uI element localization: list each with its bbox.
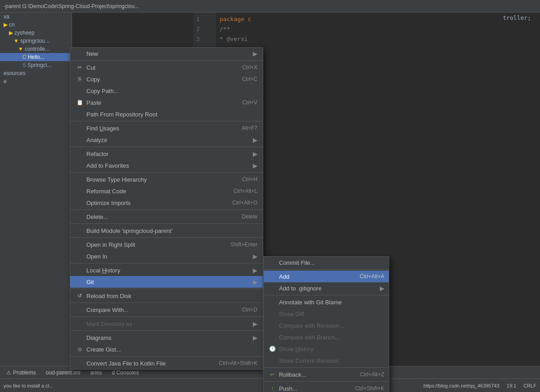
sidebar-label: Hello... [28,54,45,60]
menu-item-add-favorites[interactable]: Add to Favorites ▶ [70,160,263,171]
open-in-arrow: ▶ [253,253,257,260]
push-shortcut: Ctrl+Shift+K [355,385,384,392]
menu-item-compare-with[interactable]: Compare With... Ctrl+D [70,304,263,316]
show-current-revision-label: Show Current Revision [279,357,384,364]
add-favorites-label: Add to Favorites [86,162,249,169]
line-1: 1 [196,14,216,24]
git-menu-show-history[interactable]: 🕐 Show History [264,343,389,355]
menu-item-git[interactable]: Git ▶ [70,276,263,288]
sidebar-item-e[interactable]: e [0,77,72,85]
git-menu-annotate[interactable]: Annotate with Git Blame [264,296,389,308]
reload-label: Reload from Disk [86,293,257,299]
sidebar-item-hello[interactable]: CHello... [0,53,72,61]
convert-shortcut: Ctrl+Alt+Shift+K [219,360,257,366]
tab-label: oud-parent.iml [46,370,81,376]
push-icon: ↑ [268,385,276,392]
git-arrow: ▶ [253,279,257,285]
git-submenu: Commit File... Add Ctrl+Alt+A Add to .gi… [263,256,389,392]
menu-item-refactor[interactable]: Refactor ▶ [70,148,263,160]
rollback-label: Rollback... [279,371,353,378]
diagrams-label: Diagrams [86,334,249,341]
separator-1 [70,60,263,61]
warning-icon: ⚠ [6,370,11,376]
java-file-icon: C [22,54,27,60]
sidebar-item-va[interactable]: va [0,13,72,21]
git-menu-rollback[interactable]: ↩ Rollback... Ctrl+Alt+Z [264,369,389,380]
sidebar-label: zysheep [14,30,35,36]
separator-7 [70,237,263,238]
sidebar-item-zysheep[interactable]: ▶zysheep [0,29,72,37]
menu-item-analyze[interactable]: Analyze ▶ [70,134,263,146]
separator-5 [70,209,263,210]
menu-item-paste[interactable]: 📋 Paste Ctrl+V [70,97,263,108]
tab-problems[interactable]: ⚠ Problems [2,368,40,377]
git-menu-push[interactable]: ↑ Push... Ctrl+Shift+K [264,383,389,392]
menu-item-convert-kotlin[interactable]: Convert Java File to Kotlin File Ctrl+Al… [70,357,263,369]
compare-with-label: Compare With... [86,307,235,313]
editor-line-3: /** [220,24,536,34]
menu-item-mark-directory[interactable]: Mark Directory as ▶ [70,318,263,330]
tab-label: Problems [13,370,36,376]
create-gist-label: Create Gist... [86,346,257,353]
sidebar-item-cn[interactable]: ▶cn [0,21,72,29]
local-history-arrow: ▶ [253,267,257,274]
browse-hierarchy-label: Browse Type Hierarchy [86,176,235,183]
sidebar-label: cn [9,22,15,28]
menu-item-create-gist[interactable]: ⊙ Create Gist... [70,343,263,355]
sidebar-item-springcl[interactable]: SSpringcl... [0,61,72,69]
menu-item-path-from-repo[interactable]: Path From Repository Root [70,108,263,120]
menu-item-delete[interactable]: Delete... Delete [70,211,263,223]
browse-hierarchy-shortcut: Ctrl+H [242,176,257,183]
separator-3 [70,147,263,147]
menu-item-find-usages[interactable]: Find Usages Alt+F7 [70,122,263,134]
git-menu-compare-revision[interactable]: Compare with Revision... [264,320,389,331]
folder-icon: ▼ [14,38,19,44]
separator-9 [70,289,263,289]
git-menu-compare-branch[interactable]: Compare with Branch... [264,331,389,343]
status-position: 19:1 [507,383,516,388]
compare-with-shortcut: Ctrl+D [242,307,257,313]
git-menu-add-gitignore[interactable]: Add to .gitignore ▶ [264,282,389,294]
open-right-split-label: Open in Right Split [86,241,223,248]
annotate-label: Annotate with Git Blame [279,299,384,306]
sidebar-item-controller[interactable]: ▼controlle... [0,45,72,53]
sidebar-item-resources[interactable]: esources [0,69,72,77]
menu-item-open-in[interactable]: Open In ▶ [70,250,263,262]
rollback-icon: ↩ [268,371,276,378]
menu-item-browse-hierarchy[interactable]: Browse Type Hierarchy Ctrl+H [70,174,263,185]
menu-item-copy[interactable]: ⎘ Copy Ctrl+C [70,73,263,85]
analyze-arrow: ▶ [253,137,257,143]
sidebar-item-springcloud[interactable]: ▼springclou... [0,37,72,45]
menu-item-open-right-split[interactable]: Open in Right Split Shift+Enter [70,239,263,250]
editor-line-1: package c [220,14,536,24]
menu-item-reload[interactable]: ↺ Reload from Disk [70,290,263,302]
java-file-icon2: S [22,62,26,68]
menu-item-reformat[interactable]: Reformat Code Ctrl+Alt+L [70,185,263,197]
mark-directory-arrow: ▶ [253,321,257,327]
git-separator-2 [264,295,389,295]
cut-shortcut: Ctrl+X [242,64,257,71]
reformat-shortcut: Ctrl+Alt+L [234,188,257,194]
line-2: 2 [196,24,216,34]
open-in-label: Open In [86,253,249,260]
reformat-label: Reformat Code [86,188,226,195]
editor-line-4: * @versi [220,34,536,44]
menu-item-build-module[interactable]: Build Module 'springcloud-parent' [70,225,263,236]
separator-4 [70,172,263,173]
git-menu-show-current-revision[interactable]: Show Current Revision [264,355,389,366]
git-menu-show-diff[interactable]: Show Diff [264,308,389,320]
cut-label: Cut [86,64,235,71]
menu-item-new[interactable]: New ▶ [70,48,263,59]
menu-item-diagrams[interactable]: Diagrams ▶ [70,332,263,343]
menu-item-optimize-imports[interactable]: Optimize Imports Ctrl+Alt+O [70,197,263,209]
sidebar-label: e [4,78,7,85]
git-menu-commit-file[interactable]: Commit File... [264,257,389,268]
menu-item-copy-path[interactable]: Copy Path... [70,85,263,97]
git-menu-add[interactable]: Add Ctrl+Alt+A [264,271,389,282]
rollback-shortcut: Ctrl+Alt+Z [360,371,384,378]
folder-icon: ▶ [4,22,8,28]
sidebar-label: springclou... [20,38,50,44]
menu-item-local-history[interactable]: Local History ▶ [70,264,263,276]
menu-item-cut[interactable]: ✂ Cut Ctrl+X [70,62,263,73]
optimize-imports-label: Optimize Imports [86,200,225,206]
